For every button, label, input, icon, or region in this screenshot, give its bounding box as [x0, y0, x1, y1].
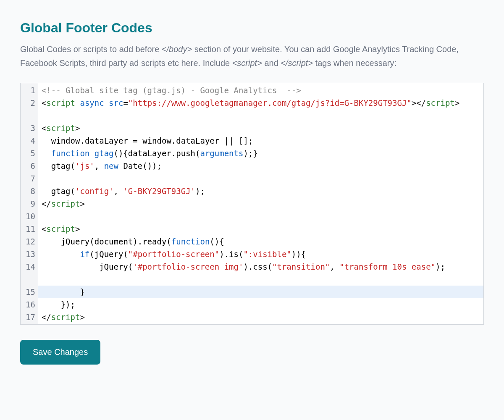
desc-body-tag: </body> [162, 45, 192, 54]
gutter-line: 16 [26, 298, 35, 311]
code-line[interactable]: } [38, 286, 483, 298]
gutter-line: 13 [26, 248, 35, 260]
code-line[interactable]: function gtag(){dataLayer.push(arguments… [42, 147, 481, 160]
desc-script-close: </script> [281, 58, 313, 68]
code-line[interactable]: <!-- Global site tag (gtag.js) - Google … [42, 84, 481, 97]
gutter-line: 17 [26, 311, 35, 323]
code-line[interactable]: gtag('js', new Date()); [42, 160, 481, 172]
desc-part: tags when necessary: [313, 58, 396, 68]
gutter-line: 4 [26, 134, 35, 147]
desc-script-open: <script> [232, 58, 262, 68]
code-line[interactable]: <script async src="https://www.googletag… [42, 97, 481, 122]
gutter-line: 15 [26, 286, 35, 298]
gutter-line: 8 [26, 185, 35, 197]
desc-part: and [262, 58, 281, 68]
code-line[interactable]: </script> [42, 311, 481, 323]
code-line[interactable] [42, 210, 481, 223]
gutter-line: 9 [26, 197, 35, 210]
code-line[interactable]: if(jQuery("#portfolio-screen").is(":visi… [42, 248, 481, 260]
gutter-line: 14 [26, 260, 35, 286]
code-line[interactable]: <script> [42, 122, 481, 134]
code-line[interactable]: jQuery('#portfolio-screen img').css("tra… [42, 260, 481, 286]
gutter-line: 2 [26, 97, 35, 122]
code-line[interactable]: <script> [42, 223, 481, 235]
gutter-line: 1 [26, 84, 35, 97]
gutter-line: 7 [26, 172, 35, 185]
gutter-line: 3 [26, 122, 35, 134]
section-title: Global Footer Codes [20, 20, 484, 36]
code-line[interactable]: jQuery(document).ready(function(){ [42, 235, 481, 248]
editor-code-area[interactable]: <!-- Global site tag (gtag.js) - Google … [38, 83, 483, 324]
gutter-line: 6 [26, 160, 35, 172]
code-line[interactable]: gtag('config', 'G-BKY29GT93GJ'); [42, 185, 481, 197]
gutter-line: 11 [26, 223, 35, 235]
gutter-line: 5 [26, 147, 35, 160]
save-changes-button[interactable]: Save Changes [20, 340, 100, 365]
section-description: Global Codes or scripts to add before </… [20, 42, 484, 70]
gutter-line: 10 [26, 210, 35, 223]
code-line[interactable] [42, 172, 481, 185]
editor-gutter: 1 2 3 4 5 6 7 8 9 10 11 12 13 14 15 16 1… [21, 83, 38, 324]
code-editor[interactable]: 1 2 3 4 5 6 7 8 9 10 11 12 13 14 15 16 1… [20, 83, 484, 325]
gutter-line: 12 [26, 235, 35, 248]
code-line[interactable]: </script> [42, 197, 481, 210]
code-line[interactable]: window.dataLayer = window.dataLayer || [… [42, 134, 481, 147]
code-line[interactable]: }); [42, 298, 481, 311]
desc-part: Global Codes or scripts to add before [20, 45, 162, 54]
